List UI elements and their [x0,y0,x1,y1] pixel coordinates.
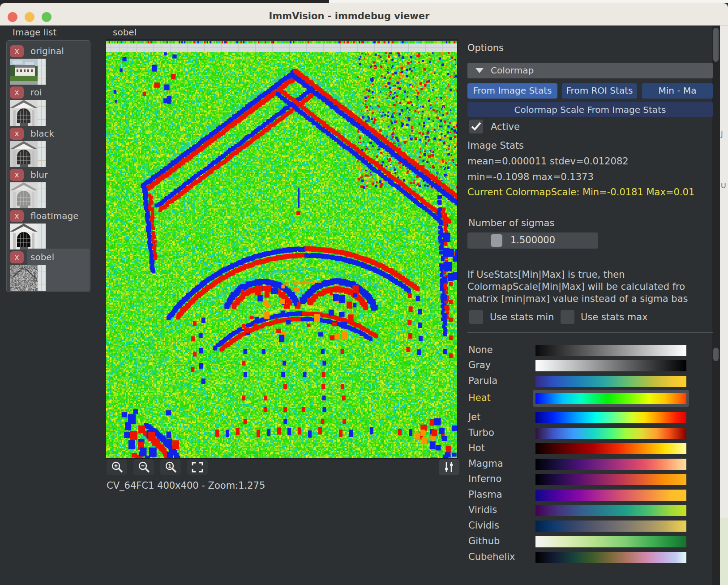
background-window-glyph: U [721,181,726,190]
zoom-reset-1-icon: 1 [164,461,177,473]
colormap-option-hot[interactable]: Hot [468,443,485,453]
sidebar-item-roi[interactable]: roi [30,87,42,98]
colormap-gradient-heat[interactable] [535,393,686,404]
use-stats-max-label: Use stats max [581,312,648,323]
active-checkbox-label: Active [491,121,520,132]
chevron-down-icon [475,68,484,73]
colormap-header-label: Colormap [491,65,534,76]
tab-min-ma[interactable]: Min - Ma [642,83,713,99]
zoom-out-icon [137,461,150,473]
close-image-button-floatImage[interactable]: x [10,210,24,222]
use-stats-min-label: Use stats min [490,312,554,323]
thumbnail-roi[interactable] [10,100,46,126]
colormap-scale-tabs: From Image StatsFrom ROI StatsMin - Ma [467,83,713,99]
colormap-option-heat[interactable]: Heat [468,392,491,403]
tab-from-image-stats[interactable]: From Image Stats [467,83,557,99]
thumbnail-black[interactable] [10,141,46,167]
colormap-gradient-viridis[interactable] [535,505,686,516]
background-window-strip: J U [720,26,728,585]
sidebar-item-original[interactable]: original [30,46,64,56]
colormap-option-plasma[interactable]: Plasma [468,489,502,500]
colormap-gradient-parula[interactable] [535,376,686,387]
stats-min-max: min=-0.1098 max=0.1373 [467,172,594,182]
full-frame-icon [191,461,204,473]
colormap-gradient-inferno[interactable] [535,474,686,485]
separator [467,332,713,333]
colormap-option-magma[interactable]: Magma [468,458,503,469]
viewer-separator [143,32,686,32]
number-of-sigmas-label: Number of sigmas [468,218,554,228]
thumbnail-original[interactable] [10,59,46,85]
tab-from-roi-stats[interactable]: From ROI Stats [562,83,637,99]
zoom-out-button[interactable] [133,459,154,475]
viewer-tab-sobel[interactable]: sobel [113,27,137,38]
image-stats-header: Image Stats [467,140,524,151]
colormap-gradient-plasma[interactable] [535,490,686,501]
zoom-one-button[interactable]: 1 [160,459,181,475]
colormap-gradient-magma[interactable] [535,459,686,470]
colormap-gradient-none[interactable] [535,345,686,356]
sidebar-item-black[interactable]: black [30,128,54,139]
desktop-background [0,0,329,3]
current-colormap-scale: Current ColormapScale: Min=-0.0181 Max=0… [467,187,694,198]
background-window-glyph: J [721,130,723,138]
colormap-option-viridis[interactable]: Viridis [468,504,497,515]
colormap-gradient-github[interactable] [535,536,686,547]
colormap-option-gray[interactable]: Gray [468,360,491,370]
sidebar-item-floatImage[interactable]: floatImage [30,211,79,221]
thumbnail-sobel[interactable] [10,265,46,291]
sigmas-slider[interactable]: 1.500000 [467,232,598,249]
window-scrollbar[interactable] [712,26,720,585]
stats-mean-stdev: mean=0.000011 stdev=0.012082 [467,156,629,167]
zoom-in-button[interactable] [107,459,127,475]
adjust-sliders-icon [443,461,455,473]
zoom-in-icon [110,461,124,473]
use-stats-min-checkbox[interactable] [469,310,483,324]
image-status-text: CV_64FC1 400x400 - Zoom:1.275 [107,480,265,491]
sidebar-item-blur[interactable]: blur [30,169,48,180]
colormap-gradient-gray[interactable] [535,360,686,371]
note-line: If UseStats[Min|Max] is true, then [467,269,625,280]
colormap-gradient-cubehelix[interactable] [535,552,686,563]
scrollbar-thumb[interactable] [713,28,719,62]
close-image-button-original[interactable]: x [10,45,24,57]
slider-value: 1.500000 [467,235,598,245]
thumbnail-blur[interactable] [10,182,46,208]
colormap-gradient-cividis[interactable] [535,520,686,532]
titlebar: ImmVision - immdebug viewer [0,3,728,26]
sidebar-item-sobel[interactable]: sobel [30,252,54,262]
window-title: ImmVision - immdebug viewer [0,11,698,22]
svg-text:1: 1 [168,463,171,469]
colormap-gradient-jet[interactable] [535,412,686,423]
colormap-option-parula[interactable]: Parula [468,375,497,386]
use-stats-max-checkbox[interactable] [561,310,574,324]
colormap-collapsing-header[interactable]: Colormap [467,63,713,78]
colormap-gradient-turbo[interactable] [535,428,686,439]
colormap-option-none[interactable]: None [468,344,493,355]
colormap-option-turbo[interactable]: Turbo [468,427,494,438]
adjust-options-button[interactable] [439,459,459,475]
colormap-option-github[interactable]: Github [468,536,500,546]
close-image-button-sobel[interactable]: x [10,251,24,263]
checkmark-icon [471,121,482,132]
note-line: matrix [min|max] value instead of a sigm… [467,293,688,304]
close-image-button-black[interactable]: x [10,128,24,140]
fit-image-button[interactable] [187,459,208,475]
sobel-image-canvas[interactable] [106,40,457,458]
colormap-option-inferno[interactable]: Inferno [468,473,501,484]
colormap-scale-from-image-stats-button[interactable]: Colormap Scale From Image Stats [467,102,713,117]
background-window-edge [329,0,728,3]
background-window-content [720,518,728,585]
colormap-option-jet[interactable]: Jet [468,412,480,422]
colormap-option-cubehelix[interactable]: Cubehelix [468,551,515,562]
scrollbar-thumb[interactable] [713,348,719,361]
close-image-button-blur[interactable]: x [10,169,24,181]
active-checkbox[interactable] [469,120,483,133]
note-line: ColormapScale[Min|Max] will be calculate… [467,281,685,292]
close-image-button-roi[interactable]: x [10,86,24,99]
image-viewer[interactable] [106,39,458,459]
thumbnail-floatImage[interactable] [10,224,46,249]
colormap-gradient-hot[interactable] [535,443,686,454]
app-window: ImmVision - immdebug viewer J U Image li… [0,0,728,585]
colormap-option-cividis[interactable]: Cividis [468,520,499,531]
